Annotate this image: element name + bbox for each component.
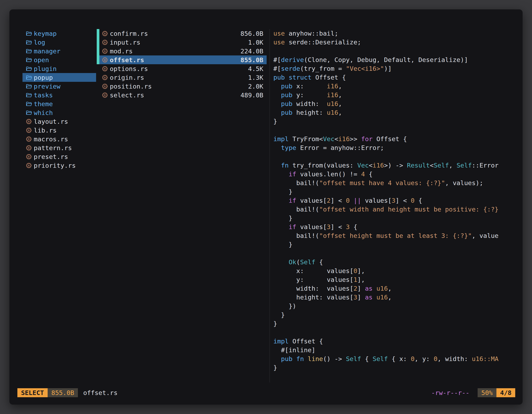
- file-item-layout.rs[interactable]: Rlayout.rs: [22, 117, 96, 126]
- file-item-offset.rs[interactable]: Roffset.rs855.0B: [97, 55, 267, 64]
- dir-item-manager[interactable]: manager: [22, 47, 96, 55]
- code-line-5: #[serde(try_from = "Vec<i16>")]: [273, 64, 515, 73]
- file-item-select.rs[interactable]: Rselect.rs489.0B: [97, 91, 267, 99]
- desktop-background: keymaplogmanageropenpluginpopuppreviewta…: [0, 0, 532, 414]
- code-line-7: pub x: i16,: [273, 82, 515, 91]
- code-line-29: y: values[1],: [273, 275, 515, 284]
- svg-text:R: R: [104, 58, 106, 62]
- code-line-15: [273, 152, 515, 161]
- dir-item-open[interactable]: open: [22, 55, 96, 64]
- code-line-38: pub fn line() -> Self { Self { x: 0, y: …: [273, 355, 515, 363]
- file-item-macros.rs[interactable]: Rmacros.rs: [22, 135, 96, 143]
- preview-pane: use anyhow::bail;use serde::Deserialize;…: [269, 29, 515, 383]
- dir-item-keymap[interactable]: keymap: [22, 29, 96, 38]
- file-permissions: -rw-r--r--: [431, 389, 469, 396]
- code-line-6: pub struct Offset {: [273, 73, 515, 82]
- code-line-4: #[derive(Clone, Copy, Debug, Default, De…: [273, 55, 515, 64]
- dir-name: which: [34, 109, 53, 116]
- code-line-14: type Error = anyhow::Error;: [273, 143, 515, 152]
- svg-text:R: R: [28, 129, 30, 132]
- code-line-21: bail!("offset width and height must be p…: [273, 205, 515, 214]
- dir-item-log[interactable]: log: [22, 38, 96, 47]
- yazi-file-manager-window: keymaplogmanageropenpluginpopuppreviewta…: [10, 10, 522, 404]
- open-folder-icon: [26, 75, 32, 81]
- file-size: 224.0B: [240, 48, 267, 55]
- cursor-position-badge: 4/8: [496, 388, 515, 397]
- code-line-33: }: [273, 310, 515, 319]
- code-line-3: [273, 47, 515, 55]
- file-size: 1.3K: [248, 74, 267, 81]
- file-name: select.rs: [110, 91, 239, 99]
- selection-marker: [97, 38, 99, 47]
- dir-item-plugin[interactable]: plugin: [22, 64, 96, 73]
- open-folder-icon: [26, 39, 32, 45]
- dir-name: manager: [34, 48, 60, 55]
- svg-text:R: R: [28, 146, 30, 150]
- code-line-23: if values[3] < 3 {: [273, 222, 515, 231]
- file-item-options.rs[interactable]: Roptions.rs4.5K: [97, 64, 267, 73]
- file-size-badge: 855.0B: [48, 388, 78, 397]
- rust-file-icon: R: [102, 83, 108, 89]
- file-item-lib.rs[interactable]: Rlib.rs: [22, 126, 96, 135]
- open-folder-icon: [26, 66, 32, 72]
- svg-text:R: R: [104, 76, 106, 79]
- file-item-confirm.rs[interactable]: Rconfirm.rs856.0B: [97, 29, 267, 38]
- file-item-mod.rs[interactable]: Rmod.rs224.0B: [97, 47, 267, 55]
- selection-marker: [97, 29, 99, 38]
- code-line-30: width: values[2] as u16,: [273, 284, 515, 293]
- file-name: layout.rs: [34, 118, 68, 125]
- code-line-26: [273, 249, 515, 258]
- dir-name: keymap: [34, 30, 57, 37]
- code-line-35: [273, 328, 515, 337]
- file-name: mod.rs: [110, 48, 239, 55]
- rust-file-icon: R: [26, 163, 32, 169]
- open-folder-icon: [26, 83, 32, 89]
- code-line-12: [273, 126, 515, 135]
- dir-item-theme[interactable]: theme: [22, 99, 96, 108]
- file-item-priority.rs[interactable]: Rpriority.rs: [22, 161, 96, 170]
- file-size: 4.5K: [248, 65, 267, 72]
- dir-item-which[interactable]: which: [22, 108, 96, 117]
- code-line-28: x: values[0],: [273, 267, 515, 275]
- dir-item-preview[interactable]: preview: [22, 82, 96, 91]
- code-line-32: }): [273, 302, 515, 310]
- dir-item-tasks[interactable]: tasks: [22, 91, 96, 99]
- file-name: priority.rs: [34, 162, 76, 169]
- file-item-pattern.rs[interactable]: Rpattern.rs: [22, 143, 96, 152]
- file-item-position.rs[interactable]: Rposition.rs2.0K: [97, 82, 267, 91]
- rust-file-icon: R: [102, 66, 108, 72]
- selection-marker: [97, 55, 99, 64]
- selection-marker: [97, 73, 99, 82]
- scroll-percent-badge: 50%: [478, 388, 496, 397]
- panes-container: keymaplogmanageropenpluginpopuppreviewta…: [22, 29, 515, 383]
- svg-text:R: R: [104, 85, 106, 88]
- code-line-13: impl TryFrom<Vec<i16>> for Offset {: [273, 135, 515, 143]
- file-size: 856.0B: [240, 30, 267, 37]
- file-name: preset.rs: [34, 153, 68, 160]
- file-size: 1.0K: [248, 39, 267, 46]
- dir-name: plugin: [34, 65, 57, 72]
- file-item-input.rs[interactable]: Rinput.rs1.0K: [97, 38, 267, 47]
- selection-marker: [97, 47, 99, 55]
- dir-name: popup: [34, 74, 53, 81]
- file-name: position.rs: [110, 83, 246, 90]
- code-line-31: height: values[3] as u16,: [273, 293, 515, 302]
- svg-text:R: R: [104, 94, 106, 97]
- rust-file-icon: R: [26, 145, 32, 151]
- svg-text:R: R: [104, 49, 106, 53]
- mode-badge: SELECT: [17, 388, 48, 397]
- code-line-19: }: [273, 187, 515, 196]
- code-line-39: }: [273, 363, 515, 372]
- code-line-1: use anyhow::bail;: [273, 29, 515, 38]
- rust-file-icon: R: [26, 136, 32, 142]
- file-item-origin.rs[interactable]: Rorigin.rs1.3K: [97, 73, 267, 82]
- file-size: 489.0B: [240, 91, 267, 99]
- dir-item-popup[interactable]: popup: [22, 73, 96, 82]
- rust-file-icon: R: [102, 92, 108, 98]
- file-size: 2.0K: [248, 83, 267, 90]
- file-item-preset.rs[interactable]: Rpreset.rs: [22, 152, 96, 161]
- svg-text:R: R: [28, 137, 30, 141]
- file-name: macros.rs: [34, 135, 68, 143]
- svg-text:R: R: [28, 164, 30, 167]
- rust-file-icon: R: [102, 48, 108, 54]
